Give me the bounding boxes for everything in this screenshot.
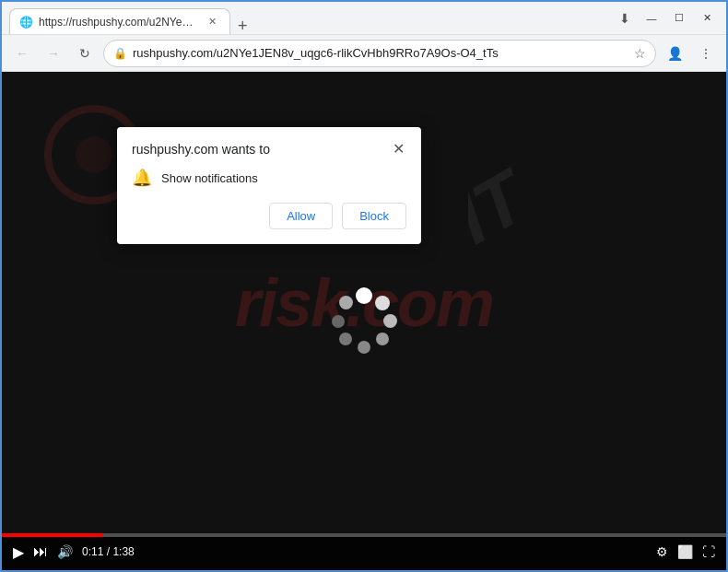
progress-fill [2,533,103,537]
fullscreen-button[interactable]: ⛶ [702,544,715,559]
new-tab-button[interactable]: + [230,18,255,34]
play-icon: ▶ [13,543,24,561]
popup-close-button[interactable]: ✕ [391,142,406,157]
popup-title: rushpushy.com wants to [132,142,270,157]
progress-bar[interactable] [2,533,726,537]
address-bar[interactable]: 🔒 rushpushy.com/u2NYe1JEN8v_uqgc6-rlikCv… [103,40,656,67]
block-button[interactable]: Block [342,203,406,229]
time-display: 0:11 / 1:38 [82,545,135,558]
loading-spinner [327,285,401,358]
skip-button[interactable]: ⏭ [33,543,48,560]
close-button[interactable]: ✕ [695,9,719,28]
settings-button[interactable]: ⚙ [656,544,668,559]
fullscreen-icon: ⛶ [702,544,715,559]
video-controls: ▶ ⏭ 🔊 0:11 / 1:38 ⚙ ⬜ ⛶ [2,533,726,570]
bell-icon: 🔔 [132,168,152,188]
download-icon[interactable]: ⬇ [614,11,636,26]
profile-button[interactable]: 👤 [662,41,687,66]
it-watermark: IT [468,90,652,367]
volume-button[interactable]: 🔊 [57,544,73,559]
time-current: 0:11 [82,545,103,558]
time-separator: / [103,545,112,558]
active-tab[interactable]: 🌐 https://rushpushy.com/u2NYe1JE... ✕ [9,8,230,34]
spinner-dot [339,333,352,345]
window-controls: — ☐ ✕ [640,9,719,28]
permission-popup: rushpushy.com wants to ✕ 🔔 Show notifica… [117,127,421,244]
nav-bar: ← → ↻ 🔒 rushpushy.com/u2NYe1JEN8v_uqgc6-… [2,35,726,72]
popup-buttons: Allow Block [132,203,406,229]
page-content: risk.com IT ▶ ⏭ 🔊 0:11 / 1:38 [2,72,726,570]
popup-header: rushpushy.com wants to ✕ [132,142,406,157]
title-bar: 🌐 https://rushpushy.com/u2NYe1JE... ✕ + … [2,2,726,35]
bookmark-icon[interactable]: ☆ [634,46,646,61]
allow-button[interactable]: Allow [269,203,333,229]
back-button[interactable]: ← [9,41,35,66]
theater-mode-button[interactable]: ⬜ [677,544,693,559]
spinner-dot [383,314,397,328]
spinner-dot [376,333,389,345]
lock-icon: 🔒 [113,47,127,60]
tab-title: https://rushpushy.com/u2NYe1JE... [39,16,199,29]
menu-button[interactable]: ⋮ [693,41,719,66]
spinner-dot [356,287,372,304]
spinner-dot [375,296,390,310]
tab-strip: 🌐 https://rushpushy.com/u2NYe1JE... ✕ + [9,2,610,34]
skip-icon: ⏭ [33,543,48,560]
theater-icon: ⬜ [677,544,693,559]
spinner-dot [339,296,353,309]
profile-icon: 👤 [667,46,683,61]
svg-point-1 [76,136,112,173]
time-total: 1:38 [112,545,134,558]
refresh-button[interactable]: ↻ [72,41,98,66]
forward-button[interactable]: → [41,41,66,66]
refresh-icon: ↻ [79,46,90,61]
spinner-dot [358,341,370,354]
forward-icon: → [47,46,60,61]
tab-close-button[interactable]: ✕ [205,14,220,29]
svg-text:IT: IT [468,153,544,260]
volume-icon: 🔊 [57,544,73,559]
minimize-button[interactable]: — [640,9,663,28]
settings-icon: ⚙ [656,544,668,559]
option-text: Show notifications [161,171,258,185]
url-text: rushpushy.com/u2NYe1JEN8v_uqgc6-rlikCvHb… [133,46,628,60]
notification-option: 🔔 Show notifications [132,168,406,188]
more-options-icon: ⋮ [699,46,712,61]
back-icon: ← [16,46,29,61]
browser-window: 🌐 https://rushpushy.com/u2NYe1JE... ✕ + … [0,0,728,572]
spinner-dot [332,315,345,328]
play-button[interactable]: ▶ [13,543,24,561]
tab-favicon: 🌐 [19,16,33,29]
maximize-button[interactable]: ☐ [667,9,691,28]
